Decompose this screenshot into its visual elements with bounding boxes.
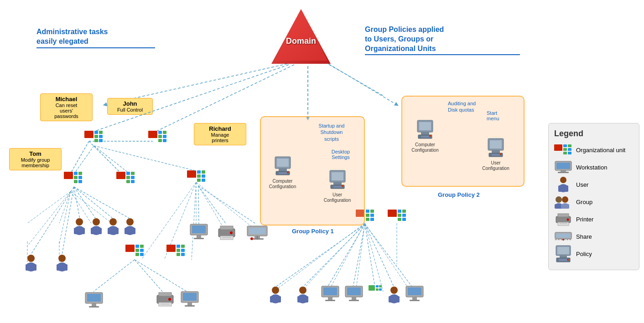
svg-rect-69 (135, 253, 139, 256)
svg-line-24 (365, 223, 383, 292)
svg-rect-36 (148, 131, 157, 138)
svg-rect-45 (78, 172, 82, 175)
svg-rect-129 (89, 306, 99, 308)
svg-line-226 (329, 65, 383, 96)
svg-line-16 (196, 182, 253, 228)
svg-rect-208 (561, 204, 569, 209)
svg-line-15 (196, 182, 223, 228)
svg-rect-29 (84, 131, 93, 138)
svg-rect-68 (140, 249, 144, 252)
svg-rect-141 (279, 169, 287, 171)
svg-point-163 (272, 287, 279, 294)
svg-rect-76 (177, 253, 180, 256)
svg-rect-31 (99, 131, 103, 134)
legend-workstation-label: Workstation (576, 164, 607, 171)
svg-rect-71 (166, 245, 176, 252)
svg-line-246 (365, 224, 375, 287)
svg-rect-43 (64, 172, 73, 179)
svg-rect-77 (181, 253, 185, 256)
svg-rect-87 (402, 210, 406, 213)
svg-rect-74 (177, 249, 180, 252)
svg-rect-127 (87, 294, 101, 302)
svg-rect-146 (332, 172, 343, 180)
svg-line-228 (94, 146, 128, 172)
svg-rect-175 (352, 297, 356, 300)
svg-rect-155 (421, 136, 429, 138)
svg-line-230 (74, 187, 80, 219)
svg-rect-219 (557, 247, 569, 254)
svg-line-6 (27, 191, 71, 223)
svg-rect-172 (325, 300, 335, 301)
svg-line-23 (356, 223, 365, 292)
svg-rect-46 (74, 176, 78, 179)
user-fig-r2 (296, 286, 310, 305)
svg-point-95 (93, 218, 100, 226)
svg-rect-186 (408, 287, 421, 295)
svg-rect-215 (556, 234, 571, 238)
svg-rect-195 (568, 152, 571, 154)
svg-rect-202 (558, 185, 568, 192)
svg-rect-161 (492, 154, 500, 156)
svg-rect-86 (398, 210, 401, 213)
svg-point-101 (126, 218, 134, 226)
svg-rect-83 (366, 218, 369, 221)
domain-node: Domain (269, 7, 333, 66)
svg-line-19 (192, 182, 196, 260)
svg-rect-91 (402, 218, 406, 221)
svg-rect-180 (376, 288, 379, 291)
user-fig-3 (106, 218, 120, 237)
svg-rect-75 (181, 249, 185, 252)
svg-rect-58 (197, 170, 201, 174)
user-fig-r1 (268, 286, 283, 305)
printer-2 (155, 291, 175, 309)
svg-point-204 (562, 196, 568, 203)
legend-item-workstation: Workstation (554, 160, 634, 174)
ou-icon-1 (84, 130, 104, 147)
svg-rect-212 (560, 223, 567, 224)
ou-icon-4 (116, 171, 135, 188)
svg-point-144 (287, 171, 289, 173)
svg-rect-35 (99, 139, 103, 142)
svg-rect-70 (140, 253, 144, 256)
svg-rect-113 (194, 238, 204, 239)
svg-rect-220 (560, 256, 567, 258)
user-fig-5 (24, 254, 38, 273)
legend-group-label: Group (576, 199, 592, 205)
gp1-user-config: UserConfiguration (320, 169, 354, 203)
svg-line-247 (365, 224, 394, 287)
svg-rect-192 (563, 148, 567, 151)
svg-rect-191 (568, 144, 571, 147)
svg-point-156 (429, 135, 431, 137)
svg-point-150 (342, 185, 343, 187)
svg-rect-97 (91, 228, 102, 234)
svg-rect-120 (249, 228, 265, 234)
svg-rect-90 (398, 218, 401, 221)
user-fig-2 (89, 218, 104, 237)
svg-rect-79 (366, 210, 369, 213)
user-fig-6 (55, 254, 69, 273)
gp1-box: ComputerConfiguration UserConfiguration … (260, 116, 365, 226)
svg-rect-42 (163, 139, 166, 142)
gp2-computer-config: ComputerConfiguration (407, 119, 443, 153)
svg-rect-64 (125, 245, 135, 252)
svg-line-239 (93, 260, 135, 292)
share-1 (246, 224, 268, 243)
svg-rect-37 (158, 131, 162, 134)
svg-line-13 (27, 191, 71, 246)
svg-rect-158 (490, 140, 502, 149)
gp1-desktop-label: DesktopSettings (320, 149, 361, 160)
john-box: John Full Control (107, 98, 153, 115)
computer-3 (180, 291, 199, 310)
svg-rect-138 (185, 305, 195, 307)
svg-line-7 (59, 191, 71, 223)
svg-rect-153 (421, 132, 429, 135)
svg-rect-152 (419, 122, 431, 130)
svg-rect-63 (202, 179, 205, 182)
ou-icon-9 (388, 209, 407, 226)
svg-rect-165 (270, 296, 281, 302)
legend-item-printer: Printer (554, 212, 634, 226)
svg-line-231 (74, 187, 96, 219)
legend-title: Legend (554, 129, 634, 138)
svg-rect-34 (94, 139, 98, 142)
svg-rect-188 (410, 300, 420, 301)
